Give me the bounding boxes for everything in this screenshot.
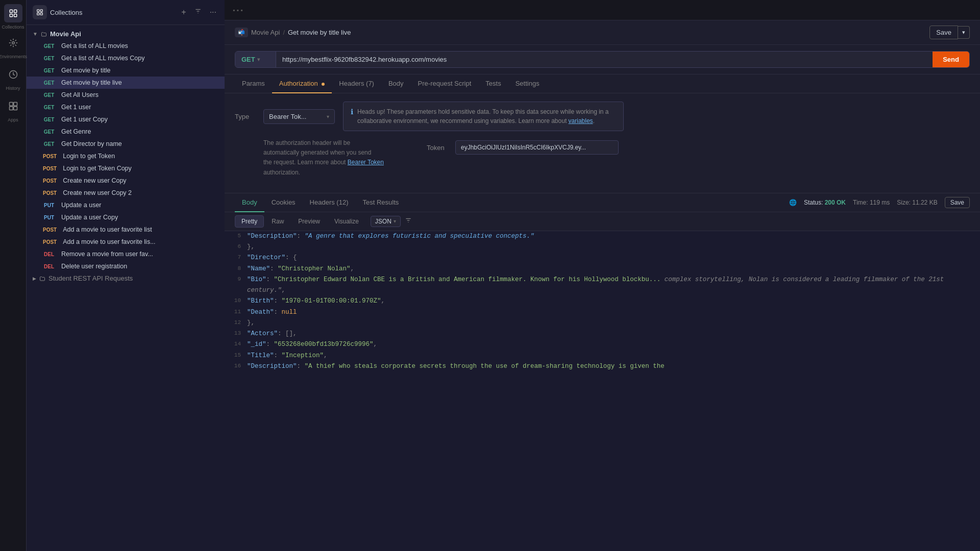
item-label: Update a user Copy (61, 214, 118, 221)
sidebar-item-get-all-movies[interactable]: GET Get a list of ALL movies (27, 40, 225, 52)
student-rest-collection[interactable]: ▶ Student REST API Requests (27, 272, 225, 284)
sidebar-item-login-token[interactable]: POST Login to get Token (27, 150, 225, 162)
item-label: Create new user Copy 2 (63, 189, 132, 196)
auth-type-row: Type Bearer Tok... ▾ ℹ Heads up! These p… (235, 102, 970, 131)
item-label: Get a list of ALL movies (61, 42, 128, 49)
json-line-10: 10 "Birth": "1970-01-01T00:00:01.970Z", (225, 296, 980, 307)
save-button[interactable]: Save (929, 26, 958, 39)
svg-rect-13 (40, 13, 42, 15)
info-text: Heads up! These parameters hold sensitiv… (357, 107, 616, 126)
sidebar-item-create-user-copy[interactable]: POST Create new user Copy (27, 174, 225, 187)
filter-collections-button[interactable] (192, 7, 204, 18)
sidebar-item-add-movie-favorites[interactable]: POST Add a movie to user favorite list (27, 223, 225, 236)
format-tab-raw[interactable]: Raw (265, 215, 290, 228)
svg-rect-12 (37, 13, 39, 15)
method-badge: POST (41, 227, 59, 233)
sidebar-item-update-user-copy[interactable]: PUT Update a user Copy (27, 211, 225, 223)
tab-body[interactable]: Body (381, 74, 411, 93)
collections-tab[interactable] (33, 5, 47, 19)
sidebar-item-get-all-movies-copy[interactable]: GET Get a list of ALL movies Copy (27, 52, 225, 64)
tab-headers[interactable]: Headers (7) (332, 74, 381, 93)
sidebar-item-update-user[interactable]: PUT Update a user (27, 199, 225, 211)
json-format-select[interactable]: JSON ▾ (371, 216, 401, 227)
save-dropdown-button[interactable]: ▾ (958, 26, 970, 39)
sidebar-item-create-user-copy-2[interactable]: POST Create new user Copy 2 (27, 187, 225, 199)
request-header: 📬 Movie Api / Get movie by title live Sa… (225, 20, 980, 45)
response-time: Time: 119 ms (853, 199, 890, 206)
item-label: Add a movie to user favorite lis... (63, 238, 155, 245)
sidebar-item-get-director[interactable]: GET Get Director by name (27, 138, 225, 150)
response-tab-headers[interactable]: Headers (12) (303, 193, 356, 212)
tab-settings[interactable]: Settings (508, 74, 547, 93)
item-label: Get 1 user (61, 104, 91, 111)
tab-tests[interactable]: Tests (478, 74, 508, 93)
response-format-tabs: Pretty Raw Preview Visualize JSON ▾ (225, 212, 980, 231)
collections-icon[interactable] (4, 4, 22, 22)
response-tab-cookies[interactable]: Cookies (264, 193, 303, 212)
auth-dot (322, 83, 325, 86)
sidebar-item-get-1-user[interactable]: GET Get 1 user (27, 101, 225, 113)
tab-authorization[interactable]: Authorization (272, 74, 332, 93)
method-badge: DEL (41, 263, 57, 270)
json-viewer: 5 "Description": "A genre that explores … (225, 231, 980, 551)
item-label: Get Genre (61, 128, 91, 135)
sidebar-item-get-movie-by-title[interactable]: GET Get movie by title (27, 64, 225, 77)
variables-link[interactable]: variables (569, 117, 593, 124)
method-select[interactable]: GET ▾ (235, 52, 276, 67)
token-type-value: Bearer Tok... (269, 113, 306, 120)
send-button[interactable]: Send (933, 52, 969, 67)
apps-icon[interactable] (4, 97, 22, 115)
more-options-button[interactable]: ··· (208, 7, 218, 18)
format-tab-visualize[interactable]: Visualize (328, 215, 365, 228)
json-line-8: 8 "Name": "Christopher Nolan", (225, 264, 980, 274)
format-tab-pretty[interactable]: Pretty (235, 215, 264, 228)
auth-panel: Type Bearer Tok... ▾ ℹ Heads up! These p… (225, 93, 980, 193)
json-line-16: 16 "Description": "A thief who steals co… (225, 361, 980, 372)
item-label: Get movie by title (61, 67, 111, 74)
sidebar-item-remove-movie[interactable]: DEL Remove a movie from user fav... (27, 248, 225, 260)
url-input[interactable] (276, 52, 933, 67)
tab-params[interactable]: Params (235, 74, 272, 93)
item-label: Get All Users (61, 91, 99, 98)
filter-response-button[interactable] (402, 215, 415, 227)
method-badge: PUT (41, 214, 57, 221)
request-tabs: Params Authorization Headers (7) Body Pr… (225, 74, 980, 93)
token-input[interactable] (455, 140, 619, 155)
tab-pre-request[interactable]: Pre-request Script (411, 74, 479, 93)
sidebar-item-get-all-users[interactable]: GET Get All Users (27, 89, 225, 101)
sidebar-item-get-movie-by-title-live[interactable]: GET Get movie by title live (27, 77, 225, 89)
bearer-token-select[interactable]: Bearer Tok... ▾ (263, 109, 335, 124)
breadcrumb-separator: / (283, 29, 285, 36)
movie-api-collection[interactable]: ▼ Movie Api (27, 28, 225, 40)
json-line-14: 14 "_id": "653268e00bfd13b9726c9996", (225, 339, 980, 350)
breadcrumb-collection-link[interactable]: Movie Api (251, 29, 280, 36)
student-collection-label: Student REST API Requests (48, 274, 133, 282)
environments-icon[interactable] (4, 34, 22, 52)
item-label: Update a user (61, 202, 102, 209)
bearer-token-link[interactable]: Bearer Token (348, 159, 384, 166)
response-tab-body[interactable]: Body (235, 193, 264, 212)
svg-rect-10 (37, 10, 39, 12)
response-tab-test-results[interactable]: Test Results (355, 193, 406, 212)
sidebar-item-add-movie-favorites-2[interactable]: POST Add a movie to user favorite lis... (27, 236, 225, 248)
svg-point-4 (12, 42, 14, 44)
sidebar-item-login-token-copy[interactable]: POST Login to get Token Copy (27, 162, 225, 174)
collections-heading: Collections (50, 9, 83, 16)
format-tab-preview[interactable]: Preview (291, 215, 327, 228)
history-label: History (6, 86, 20, 91)
svg-rect-1 (14, 10, 16, 12)
apps-label: Apps (8, 117, 18, 122)
history-icon[interactable] (4, 65, 22, 84)
method-badge: GET (41, 67, 57, 74)
sidebar-item-get-1-user-copy[interactable]: GET Get 1 user Copy (27, 113, 225, 126)
method-badge: POST (41, 178, 59, 184)
add-collection-button[interactable]: + (179, 7, 188, 18)
json-line-6: 6 }, (225, 242, 980, 253)
sidebar-list: ▼ Movie Api GET Get a list of ALL movies… (27, 25, 225, 551)
sidebar-item-get-genre[interactable]: GET Get Genre (27, 126, 225, 138)
sidebar-item-delete-user[interactable]: DEL Delete user registration (27, 260, 225, 272)
method-label: GET (241, 56, 255, 63)
item-label: Login to get Token Copy (63, 165, 132, 172)
save-response-button[interactable]: Save (945, 197, 970, 208)
item-label: Get 1 user Copy (61, 116, 108, 123)
